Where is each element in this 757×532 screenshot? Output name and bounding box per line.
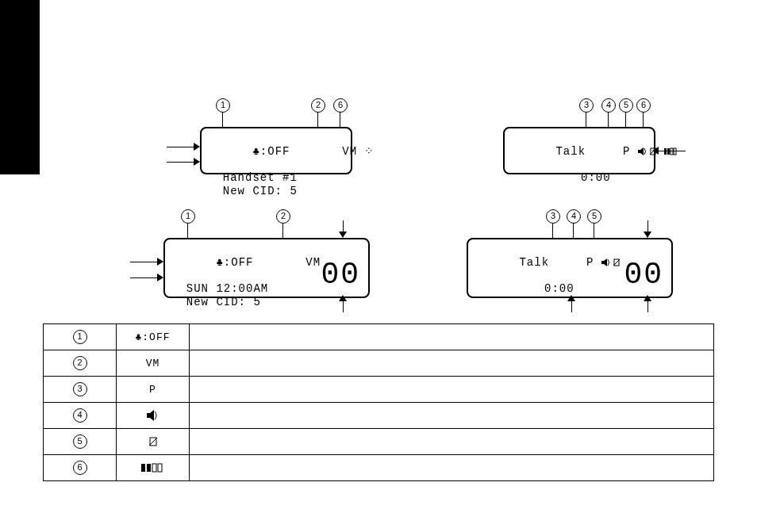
svg-rect-5 bbox=[667, 148, 670, 155]
arrow-shaft bbox=[130, 277, 157, 278]
legend-desc bbox=[190, 377, 714, 403]
arrow-up-icon bbox=[644, 295, 651, 301]
vm-icon: VM bbox=[146, 358, 160, 369]
lcd-line3: New CID: 5 bbox=[202, 185, 351, 198]
arrow-shaft bbox=[647, 301, 648, 312]
legend-icon-cell bbox=[117, 403, 190, 429]
speaker-icon bbox=[638, 147, 647, 155]
privacy-icon: P bbox=[149, 384, 156, 396]
svg-rect-4 bbox=[664, 148, 667, 155]
svg-rect-7 bbox=[674, 148, 676, 155]
callout-5: 5 bbox=[587, 209, 601, 224]
callout-tick bbox=[552, 223, 553, 238]
legend-row: 1 ♣:OFF bbox=[44, 324, 714, 350]
callout-tick bbox=[594, 223, 594, 238]
speaker-icon bbox=[601, 258, 611, 266]
battery-icon bbox=[141, 462, 165, 473]
arrow-right-icon bbox=[157, 258, 163, 266]
lcd-line1: ♣:OFF VM ⁘ bbox=[202, 128, 351, 171]
ringer-off-icon: ♣:OFF bbox=[135, 331, 170, 343]
battery-icon bbox=[664, 147, 678, 155]
arrow-right-icon bbox=[194, 143, 200, 151]
callout-6: 6 bbox=[636, 98, 651, 113]
timer: 0:00 bbox=[544, 282, 574, 295]
speaker-icon bbox=[147, 410, 159, 421]
arrow-shaft bbox=[343, 220, 344, 232]
legend-table: 1 ♣:OFF 2 VM 3 P 4 5 bbox=[43, 323, 714, 481]
callout-tick bbox=[317, 112, 318, 127]
legend-row: 6 bbox=[44, 455, 714, 481]
arrow-right-icon bbox=[157, 274, 163, 281]
lcd-line2: 0:00 bbox=[505, 171, 654, 185]
callout-tick bbox=[625, 112, 626, 127]
legend-desc bbox=[190, 429, 714, 455]
mute-icon bbox=[148, 436, 159, 447]
lcd-line2: Handset #1 bbox=[202, 171, 351, 185]
arrow-right-icon bbox=[194, 158, 200, 166]
svg-rect-8 bbox=[601, 261, 604, 264]
callout-1: 1 bbox=[181, 209, 195, 224]
arrow-left-icon bbox=[652, 147, 659, 155]
callout-tick bbox=[586, 112, 586, 127]
callout-tick bbox=[643, 112, 644, 127]
lcd-base-talk: Talk P 0:00 00 bbox=[467, 238, 673, 298]
arrow-shaft bbox=[571, 301, 572, 312]
callout-tick bbox=[340, 112, 340, 127]
svg-rect-6 bbox=[671, 148, 673, 155]
callout-tick bbox=[222, 112, 223, 127]
callout-5: 5 bbox=[619, 98, 633, 113]
legend-num: 1 bbox=[44, 324, 117, 350]
svg-marker-13 bbox=[150, 410, 154, 421]
side-tab bbox=[0, 0, 40, 174]
svg-rect-16 bbox=[141, 464, 145, 472]
callout-4: 4 bbox=[601, 98, 616, 113]
svg-rect-0 bbox=[638, 150, 640, 153]
legend-num: 4 bbox=[44, 403, 117, 429]
callout-2: 2 bbox=[311, 98, 325, 113]
arrow-up-icon bbox=[567, 295, 575, 301]
page: ♣:OFF VM ⁘ Handset #1 New CID: 5 1 2 6 T… bbox=[0, 0, 757, 532]
legend-row: 2 VM bbox=[44, 350, 714, 377]
callout-tick bbox=[608, 112, 609, 127]
callout-6: 6 bbox=[333, 98, 348, 113]
legend-num: 5 bbox=[44, 429, 117, 455]
arrow-shaft bbox=[130, 262, 157, 262]
callout-2: 2 bbox=[276, 209, 290, 224]
callout-1: 1 bbox=[216, 98, 230, 113]
arrow-shaft bbox=[167, 147, 194, 147]
lcd-handset-standby: ♣:OFF VM ⁘ Handset #1 New CID: 5 bbox=[200, 127, 352, 174]
timer: 0:00 bbox=[581, 171, 611, 184]
legend-desc bbox=[190, 455, 714, 481]
legend-num: 2 bbox=[44, 350, 117, 377]
arrow-down-icon bbox=[644, 232, 651, 238]
lcd-line3: New CID: 5 bbox=[165, 296, 368, 309]
callout-tick bbox=[282, 223, 283, 238]
arrow-shaft bbox=[343, 301, 344, 312]
legend-num: 3 bbox=[44, 377, 117, 403]
seg7-counter: 00 bbox=[321, 257, 360, 293]
callout-tick bbox=[187, 223, 188, 238]
arrow-shaft bbox=[659, 151, 686, 151]
callout-4: 4 bbox=[567, 209, 581, 224]
arrow-up-icon bbox=[339, 295, 347, 301]
legend-icon-cell: P bbox=[117, 377, 190, 403]
callout-3: 3 bbox=[546, 209, 560, 224]
arrow-shaft bbox=[167, 162, 194, 163]
mute-icon bbox=[613, 258, 621, 266]
talk-label: Talk bbox=[555, 145, 586, 158]
svg-rect-18 bbox=[152, 464, 156, 472]
spacer bbox=[290, 145, 342, 158]
legend-icon-cell: VM bbox=[117, 350, 190, 377]
svg-marker-9 bbox=[604, 258, 607, 266]
legend-row: 3 P bbox=[44, 377, 714, 403]
legend-row: 5 bbox=[44, 429, 714, 455]
legend-desc bbox=[190, 403, 714, 429]
lcd-handset-talk: Talk P 0:00 bbox=[503, 127, 655, 174]
legend-row: 4 bbox=[44, 403, 714, 429]
legend-num: 6 bbox=[44, 455, 117, 481]
arrow-shaft bbox=[647, 220, 648, 232]
ringer-off-icon: ♣:OFF bbox=[216, 256, 253, 269]
lcd-line1: Talk P bbox=[505, 128, 654, 171]
arrow-down-icon bbox=[339, 232, 347, 238]
legend-desc bbox=[190, 324, 714, 350]
